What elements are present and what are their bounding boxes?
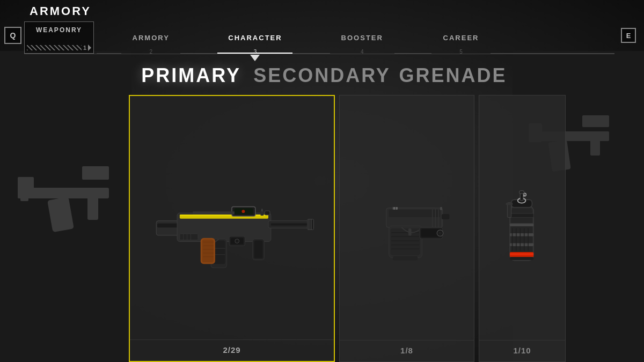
secondary-weapon-count: 1/8 [400, 346, 413, 355]
tab-weaponry-label: WEAPONRY [36, 26, 82, 34]
svg-rect-20 [308, 219, 314, 229]
tab-character-label: CHARACTER [228, 34, 282, 42]
secondary-weapon-svg [350, 182, 463, 265]
svg-rect-81 [510, 253, 533, 255]
svg-point-73 [438, 231, 442, 234]
svg-rect-13 [156, 220, 180, 235]
svg-rect-49 [265, 211, 270, 215]
section-header-secondary[interactable]: SECONDARY [253, 64, 391, 87]
secondary-slot-bottom: 1/8 [340, 340, 474, 361]
section-headers: PRIMARY SECONDARY GRENADE [0, 54, 644, 92]
section-header-grenade[interactable]: GRENADE [391, 64, 515, 87]
svg-rect-56 [442, 214, 449, 219]
svg-rect-19 [271, 223, 308, 225]
svg-rect-77 [510, 223, 533, 226]
svg-rect-76 [510, 213, 533, 217]
tab-career[interactable]: CAREER 5 [431, 21, 491, 54]
q-button[interactable]: Q [4, 27, 21, 44]
tab-career-label: CAREER [443, 34, 479, 42]
tab-booster-label: BOOSTER [341, 34, 383, 42]
grenade-weapon-slot[interactable]: 1/10 [479, 95, 566, 362]
svg-rect-34 [202, 239, 214, 262]
svg-rect-14 [157, 223, 178, 227]
section-header-primary[interactable]: PRIMARY [129, 64, 253, 87]
grenade-weapon-icon-area [479, 95, 565, 361]
svg-rect-59 [393, 206, 395, 209]
e-button[interactable]: E [621, 28, 636, 43]
svg-rect-91 [519, 190, 524, 194]
svg-rect-26 [193, 211, 235, 215]
svg-rect-42 [180, 233, 198, 240]
nav-bar: WEAPONRY 1 ARMORY 2 CHARACTER 3 BOOSTER … [24, 21, 614, 54]
main-content: PRIMARY SECONDARY GRENADE [0, 54, 644, 362]
primary-weapon-slot[interactable]: 2/29 [129, 95, 335, 362]
svg-point-48 [235, 239, 239, 243]
svg-rect-78 [510, 233, 533, 236]
primary-weapon-count: 2/29 [223, 345, 240, 354]
svg-point-25 [241, 210, 245, 213]
grenade-svg [490, 171, 554, 276]
secondary-weapon-icon-area [340, 95, 474, 361]
svg-rect-79 [510, 243, 533, 246]
secondary-weapon-slot[interactable]: 1/8 [339, 95, 474, 362]
tab-armory[interactable]: ARMORY 2 [121, 21, 180, 54]
svg-rect-69 [408, 228, 412, 235]
primary-weapon-icon-area [130, 96, 334, 361]
svg-rect-60 [396, 206, 398, 209]
grenade-slot-bottom: 1/10 [479, 340, 565, 361]
primary-slot-bottom: 2/29 [130, 339, 334, 361]
tab-armory-label: ARMORY [133, 34, 170, 42]
tab-character[interactable]: CHARACTER 3 [217, 21, 292, 54]
primary-weapon-svg [141, 176, 323, 270]
tab-weaponry-num: 1 [83, 45, 86, 51]
grenade-weapon-count: 1/10 [513, 346, 531, 355]
weapon-slots: 2/29 [0, 92, 644, 362]
svg-rect-57 [440, 206, 442, 210]
svg-rect-68 [393, 256, 418, 260]
tab-booster[interactable]: BOOSTER 4 [330, 21, 394, 54]
svg-rect-41 [254, 240, 263, 258]
svg-rect-86 [506, 202, 513, 205]
tab-weaponry[interactable]: WEAPONRY 1 [24, 21, 94, 54]
svg-rect-82 [510, 257, 533, 260]
page-title: ARMORY [30, 4, 91, 18]
svg-rect-28 [261, 209, 262, 211]
